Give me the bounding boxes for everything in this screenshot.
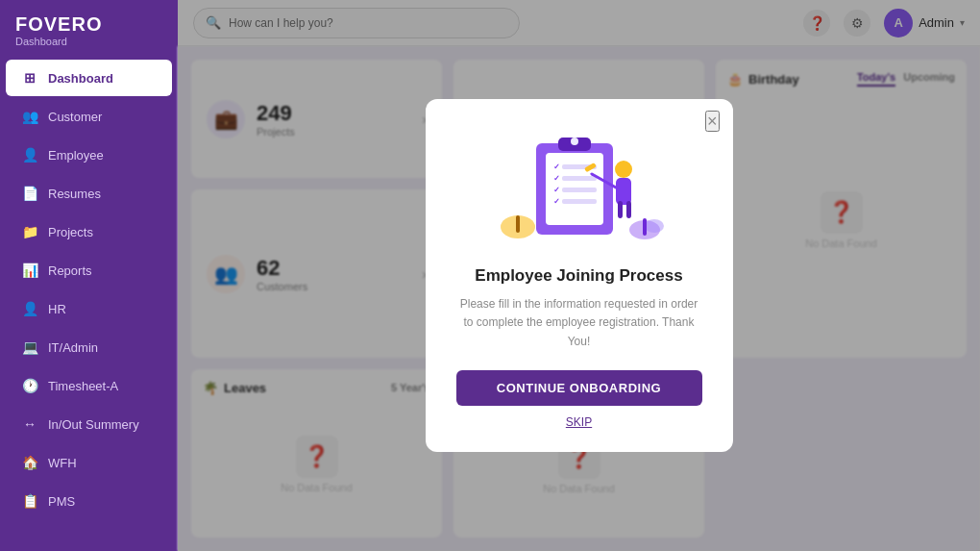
sidebar: FOVERO Dashboard ⊞Dashboard👥Customer👤Emp… [0, 0, 178, 551]
inout-icon: ↔ [21, 415, 38, 433]
wfh-icon: 🏠 [21, 454, 38, 471]
sidebar-label-customer: Customer [48, 110, 102, 124]
sidebar-item-employee[interactable]: 👤Employee [6, 137, 172, 173]
modal-description: Please fill in the information requested… [456, 295, 702, 351]
modal-overlay: × ✓ ✓ ✓ ✓ [178, 0, 980, 551]
modal-title: Employee Joining Process [475, 266, 682, 286]
sidebar-label-projects: Projects [48, 225, 93, 239]
it-admin-icon: 💻 [21, 338, 38, 356]
svg-text:✓: ✓ [553, 186, 560, 194]
sidebar-label-pms: PMS [48, 494, 75, 509]
sidebar-item-wfh[interactable]: 🏠WFH [6, 444, 172, 481]
sidebar-nav: ⊞Dashboard👥Customer👤Employee📄Resumes📁Pro… [0, 59, 178, 520]
main-area: 🔍 ❓ ⚙ A Admin ▾ 💼 249 Projects › 👤 [178, 0, 980, 551]
sidebar-label-hr: HR [48, 302, 66, 316]
reports-icon: 📊 [21, 262, 38, 279]
svg-text:✓: ✓ [553, 163, 560, 171]
svg-point-12 [615, 161, 632, 178]
sidebar-item-customer[interactable]: 👥Customer [6, 98, 172, 135]
sidebar-label-resumes: Resumes [48, 187, 101, 201]
sidebar-item-dashboard[interactable]: ⊞Dashboard [6, 60, 172, 96]
sidebar-label-timesheet: Timesheet-A [48, 379, 118, 393]
hr-icon: 👤 [21, 300, 38, 317]
sidebar-item-resumes[interactable]: 📄Resumes [6, 175, 172, 212]
svg-rect-13 [616, 178, 631, 205]
sidebar-label-it-admin: IT/Admin [48, 340, 98, 355]
svg-rect-10 [562, 199, 597, 204]
svg-text:✓: ✓ [553, 197, 560, 206]
sidebar-label-employee: Employee [48, 148, 104, 163]
svg-text:✓: ✓ [553, 174, 560, 183]
timesheet-icon: 🕐 [21, 377, 38, 394]
continue-onboarding-button[interactable]: CONTINUE ONBOARDING [456, 370, 702, 406]
brand-subtitle: Dashboard [15, 36, 162, 47]
svg-rect-19 [516, 215, 520, 233]
svg-rect-14 [618, 201, 623, 218]
sidebar-label-wfh: WFH [48, 456, 77, 470]
customer-icon: 👥 [21, 108, 38, 125]
brand-name: FOVERO [15, 13, 162, 36]
sidebar-item-hr[interactable]: 👤HR [6, 290, 172, 327]
sidebar-item-timesheet[interactable]: 🕐Timesheet-A [6, 367, 172, 404]
sidebar-label-dashboard: Dashboard [48, 71, 113, 86]
resumes-icon: 📄 [21, 185, 38, 202]
modal-illustration: ✓ ✓ ✓ ✓ [493, 126, 666, 251]
sidebar-label-reports: Reports [48, 263, 92, 278]
skip-button[interactable]: SKIP [566, 415, 592, 429]
svg-point-3 [571, 138, 578, 145]
sidebar-item-pms[interactable]: 📋PMS [6, 483, 172, 519]
projects-icon: 📁 [21, 223, 38, 240]
svg-rect-8 [562, 188, 597, 192]
sidebar-label-inout: In/Out Summery [48, 417, 139, 432]
sidebar-item-it-admin[interactable]: 💻IT/Admin [6, 329, 172, 365]
svg-rect-22 [643, 218, 647, 236]
sidebar-logo: FOVERO Dashboard [0, 0, 178, 55]
svg-point-21 [645, 219, 664, 233]
svg-rect-6 [562, 176, 597, 181]
employee-icon: 👤 [21, 146, 38, 163]
sidebar-item-inout[interactable]: ↔In/Out Summery [6, 406, 172, 442]
dashboard-icon: ⊞ [21, 69, 38, 87]
pms-icon: 📋 [21, 492, 38, 510]
sidebar-item-projects[interactable]: 📁Projects [6, 213, 172, 250]
employee-joining-modal: × ✓ ✓ ✓ ✓ [426, 99, 733, 452]
modal-close-button[interactable]: × [705, 111, 720, 132]
svg-rect-15 [626, 201, 631, 218]
sidebar-item-reports[interactable]: 📊Reports [6, 252, 172, 288]
